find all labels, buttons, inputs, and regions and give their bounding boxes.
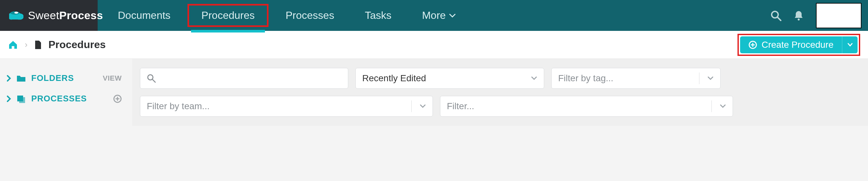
svg-rect-9 <box>19 97 25 103</box>
content: Recently Edited Filter by tag... Filter … <box>132 59 868 126</box>
tag-filter[interactable]: Filter by tag... <box>551 68 720 89</box>
nav-processes[interactable]: Processes <box>272 4 348 27</box>
sidebar-folders-label: FOLDERS <box>31 73 98 83</box>
breadcrumb-sep: › <box>25 40 28 50</box>
svg-point-4 <box>798 19 800 21</box>
nav-right <box>770 0 868 31</box>
sidebar-processes-label: PROCESSES <box>31 94 108 104</box>
main: FOLDERS VIEW PROCESSES R <box>0 59 868 126</box>
breadcrumb: › Procedures <box>8 39 106 51</box>
sidebar-processes-add[interactable] <box>113 95 122 103</box>
create-procedure-button[interactable]: Create Procedure <box>740 36 842 53</box>
chevron-down-icon <box>449 13 456 18</box>
home-icon[interactable] <box>8 40 18 50</box>
svg-line-3 <box>777 17 781 21</box>
chevron-down-icon <box>720 104 726 109</box>
svg-point-1 <box>14 12 18 14</box>
brand-cup-icon <box>9 10 24 22</box>
document-icon <box>34 40 42 50</box>
divider <box>699 72 700 84</box>
team-filter[interactable]: Filter by team... <box>140 96 433 117</box>
sort-value: Recently Edited <box>362 73 526 83</box>
stack-icon <box>16 95 26 103</box>
brand-text: SweetProcess <box>28 9 103 22</box>
tag-placeholder: Filter by tag... <box>558 73 694 83</box>
search-input[interactable] <box>140 68 348 89</box>
brand[interactable]: SweetProcess <box>0 0 98 31</box>
svg-point-13 <box>148 75 153 80</box>
sidebar-processes[interactable]: PROCESSES <box>0 88 132 109</box>
nav-documents[interactable]: Documents <box>104 4 184 27</box>
chevron-right-icon <box>6 75 11 82</box>
nav-procedures[interactable]: Procedures <box>187 4 269 27</box>
sidebar-folders-view[interactable]: VIEW <box>103 74 122 82</box>
generic-filter[interactable]: Filter... <box>440 96 733 117</box>
search-icon[interactable] <box>770 10 781 21</box>
divider <box>411 100 412 112</box>
chevron-down-icon <box>420 104 426 109</box>
chevron-down-icon <box>531 76 537 81</box>
nav-items: Documents Procedures Processes Tasks Mor… <box>98 0 770 31</box>
filter-row-1: Recently Edited Filter by tag... <box>140 68 860 89</box>
create-procedure-label: Create Procedure <box>762 40 834 50</box>
nav-tasks[interactable]: Tasks <box>351 4 405 27</box>
breadcrumb-title: Procedures <box>49 39 106 51</box>
team-placeholder: Filter by team... <box>147 101 407 111</box>
sidebar-folders[interactable]: FOLDERS VIEW <box>0 68 132 88</box>
nav-more[interactable]: More <box>408 4 469 27</box>
filter-placeholder: Filter... <box>447 101 707 111</box>
filter-row-2: Filter by team... Filter... <box>140 96 860 117</box>
plus-circle-icon <box>749 41 757 49</box>
breadcrumb-bar: › Procedures Create Procedure <box>0 31 868 59</box>
bell-icon[interactable] <box>794 10 804 21</box>
sidebar: FOLDERS VIEW PROCESSES <box>0 59 132 118</box>
search-icon <box>147 74 156 83</box>
divider <box>711 100 712 112</box>
sort-select[interactable]: Recently Edited <box>355 68 544 89</box>
svg-line-14 <box>153 80 155 82</box>
create-procedure-dropdown[interactable] <box>842 36 858 53</box>
top-nav: SweetProcess Documents Procedures Proces… <box>0 0 868 31</box>
chevron-down-icon <box>707 76 714 81</box>
user-avatar[interactable] <box>816 3 862 28</box>
folder-icon <box>16 74 26 82</box>
chevron-right-icon <box>6 95 11 102</box>
create-procedure-highlight: Create Procedure <box>738 34 860 56</box>
